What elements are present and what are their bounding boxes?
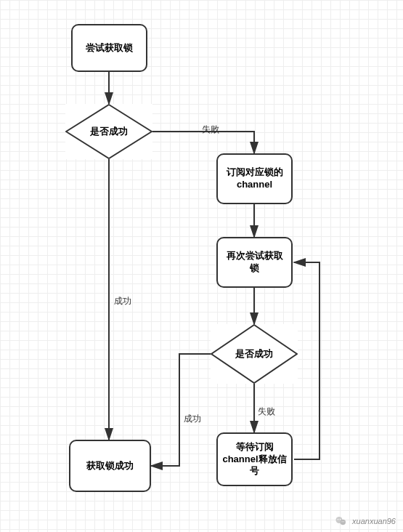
footer-handle: xuanxuan96 [352, 517, 396, 525]
node-label: 是否成功 [90, 125, 128, 138]
svg-point-6 [342, 521, 343, 522]
edge-label-success-1: 成功 [114, 295, 131, 307]
node-subscribe-channel: 订阅对应锁的channel [216, 153, 293, 204]
node-label: 再次尝试获取锁 [222, 250, 287, 275]
node-label: 获取锁成功 [86, 460, 134, 472]
svg-point-7 [343, 521, 344, 522]
node-label: 订阅对应锁的channel [222, 166, 287, 191]
node-acquire-success: 获取锁成功 [69, 440, 151, 492]
edge-label-fail-1: 失败 [202, 124, 219, 136]
svg-point-3 [341, 520, 346, 525]
node-decision-success-2: 是否成功 [211, 324, 298, 384]
flowchart-canvas: 尝试获取锁 是否成功 订阅对应锁的channel 再次尝试获取锁 是否成功 等待… [0, 0, 403, 532]
node-label: 是否成功 [235, 347, 273, 360]
svg-point-4 [338, 519, 338, 520]
node-label: 等待订阅channel释放信号 [222, 441, 287, 478]
edge-label-fail-2: 失败 [258, 406, 275, 418]
node-wait-channel-release: 等待订阅channel释放信号 [216, 432, 293, 486]
node-label: 尝试获取锁 [86, 42, 133, 55]
edge-label-success-2: 成功 [184, 413, 201, 425]
wechat-icon [335, 515, 348, 528]
node-try-acquire-lock: 尝试获取锁 [71, 24, 147, 72]
node-retry-acquire-lock: 再次尝试获取锁 [216, 237, 293, 288]
footer: xuanxuan96 [335, 515, 396, 528]
node-decision-success-1: 是否成功 [65, 104, 152, 159]
arrows-layer [0, 0, 403, 532]
svg-point-5 [340, 519, 341, 520]
